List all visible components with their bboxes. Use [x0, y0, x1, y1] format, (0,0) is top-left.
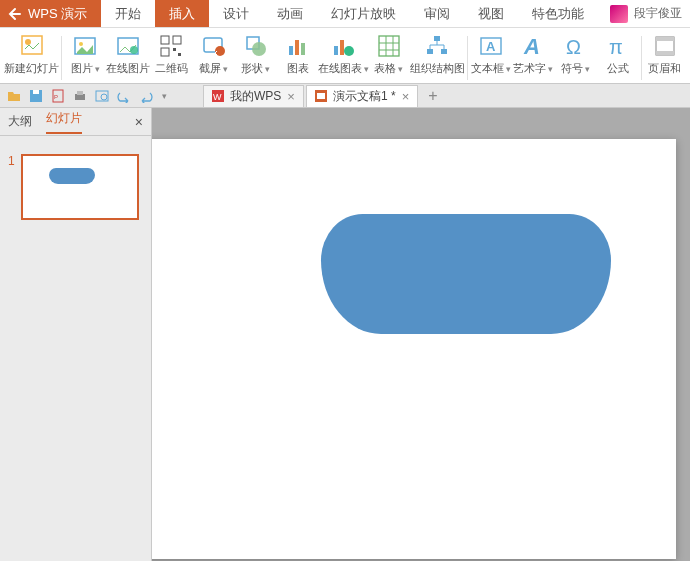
slide-number: 1 — [8, 154, 15, 220]
svg-rect-8 — [161, 48, 169, 56]
org-chart-button[interactable]: 组织结构图 — [410, 32, 465, 84]
chevron-down-icon: ▾ — [265, 64, 270, 74]
header-footer-button[interactable]: 页眉和 — [644, 32, 686, 84]
chevron-down-icon: ▾ — [223, 64, 228, 74]
screenshot-icon — [200, 32, 228, 60]
close-icon[interactable]: × — [287, 89, 295, 104]
svg-rect-27 — [427, 49, 433, 54]
app-title-text: WPS 演示 — [28, 5, 87, 23]
print-icon[interactable] — [72, 88, 88, 104]
document-tabs: W 我的WPS × 演示文稿1 * × + — [203, 85, 446, 107]
qrcode-button[interactable]: 二维码 — [150, 32, 192, 84]
rounded-rectangle-shape[interactable] — [321, 214, 611, 334]
redo-icon[interactable] — [138, 88, 154, 104]
tab-start[interactable]: 开始 — [101, 0, 155, 27]
undo-icon[interactable] — [116, 88, 132, 104]
tab-slideshow[interactable]: 幻灯片放映 — [317, 0, 410, 27]
svg-rect-38 — [33, 90, 39, 94]
header-footer-icon — [651, 32, 679, 60]
chevron-down-icon: ▾ — [548, 64, 553, 74]
textbox-icon: A — [477, 32, 505, 60]
chevron-down-icon: ▾ — [585, 64, 590, 74]
textbox-button[interactable]: A 文本框▾ — [470, 32, 512, 84]
tab-special[interactable]: 特色功能 — [518, 0, 598, 27]
svg-rect-28 — [441, 49, 447, 54]
svg-rect-48 — [317, 93, 325, 99]
screenshot-button[interactable]: 截屏▾ — [193, 32, 235, 84]
wordart-icon: A — [519, 32, 547, 60]
svg-point-3 — [79, 42, 83, 46]
formula-icon: π — [604, 32, 632, 60]
chart-button[interactable]: 图表 — [277, 32, 319, 84]
formula-button[interactable]: π 公式 — [597, 32, 639, 84]
online-chart-icon — [329, 32, 357, 60]
svg-point-20 — [344, 46, 354, 56]
quick-access-toolbar: P ▾ W 我的WPS × 演示文稿1 * × + — [0, 84, 690, 108]
svg-text:W: W — [213, 92, 222, 102]
shape-button[interactable]: 形状▾ — [235, 32, 277, 84]
ribbon-toolbar: 新建幻灯片 图片▾ 在线图片 二维码 截屏▾ 形状▾ 图表 在线图表 — [0, 28, 690, 84]
user-area[interactable]: 段宇俊亚 — [602, 0, 690, 27]
app-logo-icon — [8, 7, 22, 21]
tab-design[interactable]: 设计 — [209, 0, 263, 27]
svg-point-1 — [25, 39, 31, 45]
online-picture-button[interactable]: 在线图片 — [106, 32, 150, 84]
symbol-button[interactable]: Ω 符号▾ — [554, 32, 596, 84]
tab-animation[interactable]: 动画 — [263, 0, 317, 27]
open-icon[interactable] — [6, 88, 22, 104]
tab-insert[interactable]: 插入 — [155, 0, 209, 27]
online-chart-button[interactable]: 在线图表▾ — [319, 32, 367, 84]
close-icon[interactable]: × — [402, 89, 410, 104]
chart-icon — [284, 32, 312, 60]
title-tab-bar: WPS 演示 开始 插入 设计 动画 幻灯片放映 审阅 视图 特色功能 段宇俊亚 — [0, 0, 690, 28]
svg-rect-6 — [161, 36, 169, 44]
svg-text:P: P — [54, 94, 58, 100]
workspace: 大纲 幻灯片 × 1 — [0, 108, 690, 561]
ribbon-tabs: 开始 插入 设计 动画 幻灯片放映 审阅 视图 特色功能 — [101, 0, 602, 27]
shape-icon — [242, 32, 270, 60]
svg-rect-0 — [22, 36, 42, 54]
slide-canvas-area[interactable] — [152, 108, 690, 561]
app-title: WPS 演示 — [0, 0, 101, 27]
thumbnail-tabs: 大纲 幻灯片 × — [0, 108, 151, 136]
tab-review[interactable]: 审阅 — [410, 0, 464, 27]
chevron-down-icon[interactable]: ▾ — [162, 91, 167, 101]
doc-tab-presentation1[interactable]: 演示文稿1 * × — [306, 85, 418, 107]
slide-thumbnail[interactable]: 1 — [8, 154, 143, 220]
slide[interactable] — [152, 139, 676, 559]
svg-rect-35 — [656, 37, 674, 41]
chevron-down-icon: ▾ — [95, 64, 100, 74]
tab-view[interactable]: 视图 — [464, 0, 518, 27]
new-slide-icon — [18, 32, 46, 60]
svg-rect-10 — [178, 53, 181, 56]
svg-text:A: A — [523, 34, 540, 58]
online-picture-icon — [114, 32, 142, 60]
presentation-icon — [315, 90, 327, 102]
svg-rect-7 — [173, 36, 181, 44]
user-name: 段宇俊亚 — [634, 5, 682, 22]
svg-rect-16 — [295, 40, 299, 55]
picture-icon — [71, 32, 99, 60]
picture-button[interactable]: 图片▾ — [64, 32, 106, 84]
export-pdf-icon[interactable]: P — [50, 88, 66, 104]
new-slide-button[interactable]: 新建幻灯片 — [4, 32, 59, 84]
svg-rect-9 — [173, 48, 176, 51]
svg-rect-18 — [334, 46, 338, 55]
wordart-button[interactable]: A 艺术字▾ — [512, 32, 554, 84]
save-icon[interactable] — [28, 88, 44, 104]
svg-text:π: π — [609, 36, 623, 58]
svg-point-44 — [101, 94, 107, 100]
thumbnail-list: 1 — [0, 136, 151, 561]
svg-text:Ω: Ω — [566, 36, 581, 58]
table-button[interactable]: 表格▾ — [367, 32, 409, 84]
outline-tab[interactable]: 大纲 — [8, 113, 32, 130]
slides-tab[interactable]: 幻灯片 — [46, 110, 82, 134]
close-panel-icon[interactable]: × — [135, 114, 143, 130]
svg-rect-19 — [340, 40, 344, 55]
shape-preview — [49, 168, 95, 184]
add-tab-button[interactable]: + — [420, 87, 445, 105]
svg-rect-21 — [379, 36, 399, 56]
thumbnail-panel: 大纲 幻灯片 × 1 — [0, 108, 152, 561]
doc-tab-mywps[interactable]: W 我的WPS × — [203, 85, 304, 107]
print-preview-icon[interactable] — [94, 88, 110, 104]
